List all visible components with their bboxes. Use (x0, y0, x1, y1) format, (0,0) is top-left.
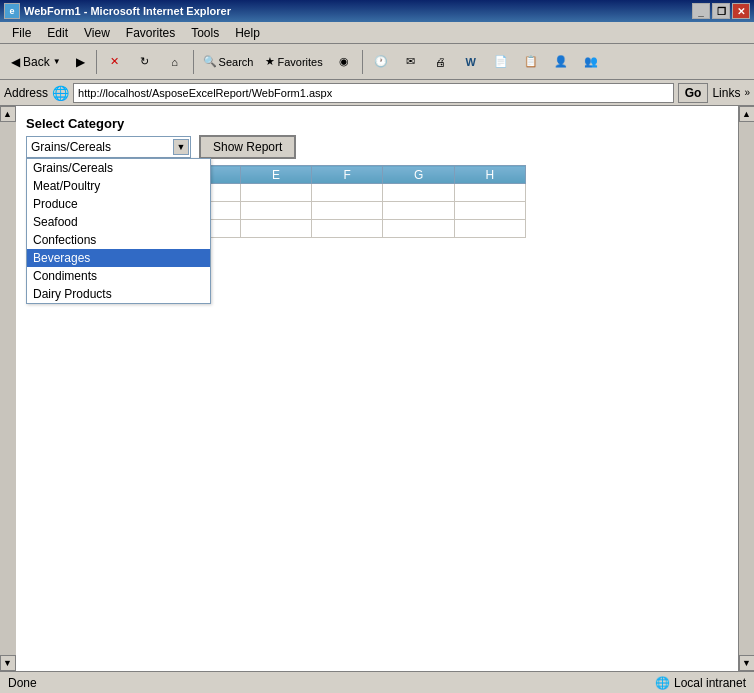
search-button[interactable]: 🔍 Search (198, 48, 259, 76)
separator-2 (193, 50, 194, 74)
select-category-label: Select Category (26, 116, 728, 131)
scroll-right-up-button[interactable]: ▲ (739, 106, 755, 122)
star-icon: ★ (265, 55, 275, 68)
window-controls: _ ❐ ✕ (692, 3, 750, 19)
status-text: Done (8, 676, 37, 690)
dropdown-item-condiments[interactable]: Condiments (27, 267, 210, 285)
left-scrollbar[interactable]: ▲ ▼ (0, 106, 16, 671)
category-select[interactable]: Grains/Cereals Meat/Poultry Produce Seaf… (26, 136, 191, 158)
toolbar-btn-2[interactable]: 📋 (517, 48, 545, 76)
menu-view[interactable]: View (76, 24, 118, 42)
window-title: WebForm1 - Microsoft Internet Explorer (24, 5, 231, 17)
window-icon: e (4, 3, 20, 19)
scroll-up-button[interactable]: ▲ (0, 106, 16, 122)
scroll-track[interactable] (0, 122, 16, 655)
cell-7e[interactable] (240, 202, 311, 220)
word-button[interactable]: W (457, 48, 485, 76)
scroll-down-button[interactable]: ▼ (0, 655, 16, 671)
search-label: Search (219, 56, 254, 68)
dropdown-item-meat[interactable]: Meat/Poultry (27, 177, 210, 195)
col-header-f: F (312, 166, 383, 184)
cell-8e[interactable] (240, 220, 311, 238)
favorites-button[interactable]: ★ Favorites (260, 48, 327, 76)
title-bar: e WebForm1 - Microsoft Internet Explorer… (0, 0, 754, 22)
cell-7g[interactable] (383, 202, 454, 220)
minimize-button[interactable]: _ (692, 3, 710, 19)
cell-8h[interactable] (454, 220, 525, 238)
menu-edit[interactable]: Edit (39, 24, 76, 42)
dropdown-item-confections[interactable]: Confections (27, 231, 210, 249)
menu-bar: File Edit View Favorites Tools Help (0, 22, 754, 44)
status-right: 🌐 Local intranet (655, 676, 746, 690)
favorites-label: Favorites (277, 56, 322, 68)
go-button[interactable]: Go (678, 83, 709, 103)
address-input[interactable] (73, 83, 674, 103)
search-icon: 🔍 (203, 55, 217, 68)
stop-button[interactable]: ✕ (101, 48, 129, 76)
toolbar-btn-1[interactable]: 📄 (487, 48, 515, 76)
back-button[interactable]: ◀ Back ▼ (4, 49, 68, 75)
dropdown-item-beverages[interactable]: Beverages (27, 249, 210, 267)
toolbar-btn-3[interactable]: 👤 (547, 48, 575, 76)
address-icon: 🌐 (52, 85, 69, 101)
toolbar: ◀ Back ▼ ▶ ✕ ↻ ⌂ 🔍 Search ★ Favorites ◉ … (0, 44, 754, 80)
cell-6g[interactable] (383, 184, 454, 202)
mail-button[interactable]: ✉ (397, 48, 425, 76)
cell-6h[interactable] (454, 184, 525, 202)
menu-favorites[interactable]: Favorites (118, 24, 183, 42)
address-label: Address (4, 86, 48, 100)
dropdown-list[interactable]: Grains/Cereals Meat/Poultry Produce Seaf… (26, 158, 211, 304)
dropdown-item-dairy[interactable]: Dairy Products (27, 285, 210, 303)
zone-icon: 🌐 (655, 676, 670, 690)
back-arrow-icon: ◀ (11, 55, 20, 69)
links-label: Links (712, 86, 740, 100)
forward-icon: ▶ (76, 55, 85, 69)
media-button[interactable]: ◉ (330, 48, 358, 76)
cell-7h[interactable] (454, 202, 525, 220)
main-area: ▲ ▼ Select Category Grains/Cereals Meat/… (0, 106, 754, 671)
history-button[interactable]: 🕐 (367, 48, 395, 76)
print-button[interactable]: 🖨 (427, 48, 455, 76)
col-header-h: H (454, 166, 525, 184)
address-bar: Address 🌐 Go Links » (0, 80, 754, 106)
cell-8f[interactable] (312, 220, 383, 238)
scroll-right-track[interactable] (739, 122, 755, 655)
back-label: Back (23, 55, 50, 69)
cell-7f[interactable] (312, 202, 383, 220)
col-header-g: G (383, 166, 454, 184)
close-button[interactable]: ✕ (732, 3, 750, 19)
links-arrow-icon: » (744, 87, 750, 98)
refresh-button[interactable]: ↻ (131, 48, 159, 76)
cell-8g[interactable] (383, 220, 454, 238)
col-header-e: E (240, 166, 311, 184)
cell-6e[interactable] (240, 184, 311, 202)
menu-help[interactable]: Help (227, 24, 268, 42)
category-dropdown-container: Grains/Cereals Meat/Poultry Produce Seaf… (26, 136, 191, 158)
right-scrollbar[interactable]: ▲ ▼ (738, 106, 754, 671)
scroll-right-down-button[interactable]: ▼ (739, 655, 755, 671)
menu-file[interactable]: File (4, 24, 39, 42)
back-dropdown-icon: ▼ (53, 57, 61, 66)
status-bar: Done 🌐 Local intranet (0, 671, 754, 693)
page-content: Select Category Grains/Cereals Meat/Poul… (16, 106, 738, 671)
separator-3 (362, 50, 363, 74)
toolbar-btn-4[interactable]: 👥 (577, 48, 605, 76)
controls-row: Grains/Cereals Meat/Poultry Produce Seaf… (26, 135, 728, 159)
zone-label: Local intranet (674, 676, 746, 690)
forward-button[interactable]: ▶ (69, 49, 92, 75)
cell-6f[interactable] (312, 184, 383, 202)
restore-button[interactable]: ❐ (712, 3, 730, 19)
show-report-button[interactable]: Show Report (199, 135, 296, 159)
home-button[interactable]: ⌂ (161, 48, 189, 76)
menu-tools[interactable]: Tools (183, 24, 227, 42)
separator-1 (96, 50, 97, 74)
dropdown-item-produce[interactable]: Produce (27, 195, 210, 213)
dropdown-item-seafood[interactable]: Seafood (27, 213, 210, 231)
dropdown-item-grains[interactable]: Grains/Cereals (27, 159, 210, 177)
